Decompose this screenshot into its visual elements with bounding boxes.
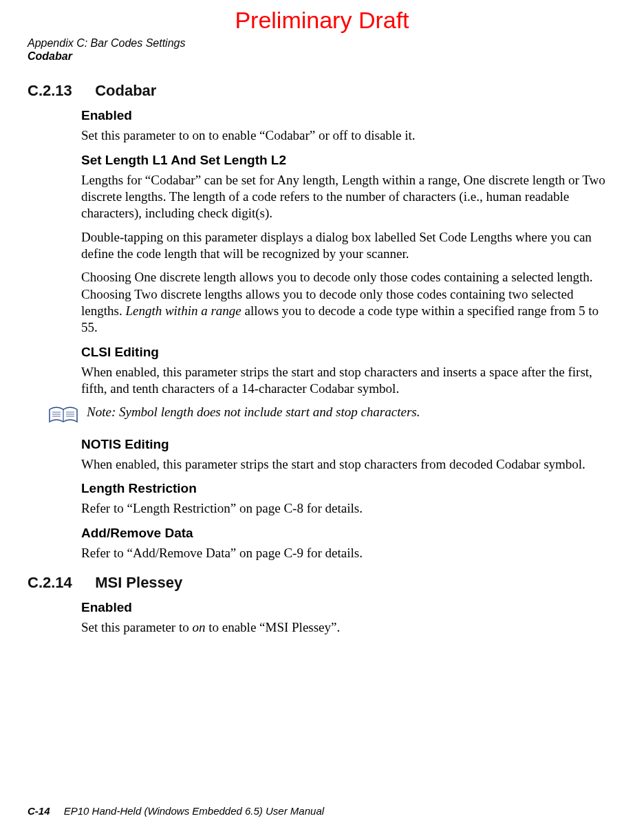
footer-page-number: C-14	[28, 805, 50, 817]
note-row: Note: Symbol length does not include sta…	[48, 404, 616, 429]
subheading-notis: NOTIS Editing	[81, 437, 610, 452]
paragraph-enabled: Set this parameter to on to enable “Coda…	[81, 127, 610, 144]
text-span: Set this parameter to	[81, 620, 192, 634]
paragraph-enabled-msi: Set this parameter to on to enable “MSI …	[81, 619, 610, 636]
paragraph-length-restriction: Refer to “Length Restriction” on page C-…	[81, 500, 610, 517]
footer-manual-title: EP10 Hand-Held (Windows Embedded 6.5) Us…	[64, 805, 324, 817]
subheading-enabled-msi: Enabled	[81, 600, 610, 615]
book-icon	[48, 405, 78, 429]
page: Preliminary Draft Appendix C: Bar Codes …	[0, 0, 644, 836]
section-heading-c213: C.2.13 Codabar	[28, 82, 616, 100]
text-span-em: Length within a range	[125, 303, 241, 318]
note-body: Symbol length does not include start and…	[119, 405, 420, 419]
section-heading-c214: C.2.14 MSI Plessey	[28, 574, 616, 592]
paragraph-set-length-3: Choosing One discrete length allows you …	[81, 269, 610, 336]
running-header-topic: Codabar	[28, 50, 616, 63]
paragraph-set-length-2: Double-tapping on this parameter display…	[81, 229, 610, 263]
watermark: Preliminary Draft	[28, 7, 616, 34]
subheading-set-length: Set Length L1 And Set Length L2	[81, 153, 610, 168]
note-text: Note: Symbol length does not include sta…	[87, 404, 420, 421]
running-header-appendix: Appendix C: Bar Codes Settings	[28, 36, 616, 50]
running-header: Appendix C: Bar Codes Settings Codabar	[28, 36, 616, 63]
subheading-enabled: Enabled	[81, 108, 610, 123]
paragraph-notis: When enabled, this parameter strips the …	[81, 456, 610, 473]
note-label: Note:	[87, 405, 116, 419]
text-span-em: on	[192, 620, 205, 634]
section-body-c214: Enabled Set this parameter to on to enab…	[81, 600, 610, 636]
section-body-c213-cont: NOTIS Editing When enabled, this paramet…	[81, 437, 610, 561]
subheading-clsi: CLSI Editing	[81, 345, 610, 360]
section-body-c213: Enabled Set this parameter to on to enab…	[81, 108, 610, 397]
section-title-c214: MSI Plessey	[95, 574, 182, 591]
paragraph-clsi: When enabled, this parameter strips the …	[81, 364, 610, 398]
section-number-c213: C.2.13	[28, 82, 91, 100]
paragraph-add-remove: Refer to “Add/Remove Data” on page C-9 f…	[81, 545, 610, 561]
section-title-c213: Codabar	[95, 82, 156, 99]
page-footer: C-14 EP10 Hand-Held (Windows Embedded 6.…	[28, 805, 324, 817]
subheading-add-remove: Add/Remove Data	[81, 526, 610, 541]
subheading-length-restriction: Length Restriction	[81, 481, 610, 496]
paragraph-set-length-1: Lengths for “Codabar” can be set for Any…	[81, 172, 610, 222]
text-span: to enable “MSI Plessey”.	[205, 620, 340, 634]
section-number-c214: C.2.14	[28, 574, 91, 592]
